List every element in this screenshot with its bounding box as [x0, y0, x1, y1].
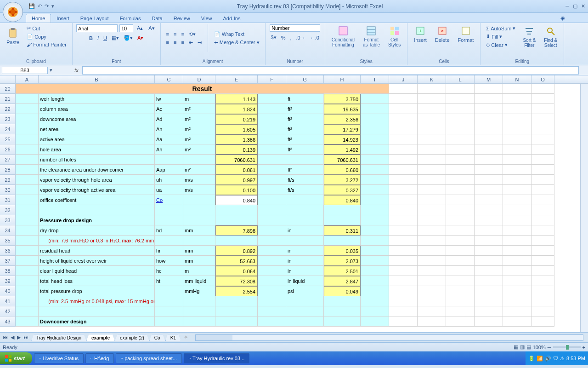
cell[interactable] — [503, 266, 531, 276]
cell[interactable]: Aa — [155, 134, 183, 144]
cell[interactable] — [446, 246, 475, 256]
cell[interactable] — [418, 84, 446, 94]
cell[interactable] — [16, 286, 39, 296]
cell[interactable]: in — [286, 246, 324, 256]
cell[interactable] — [475, 144, 503, 155]
column-header-C[interactable]: C — [155, 75, 183, 83]
cell[interactable]: Ac — [155, 104, 183, 114]
cell[interactable] — [286, 155, 324, 165]
cell[interactable] — [286, 215, 324, 225]
column-header-D[interactable]: D — [183, 75, 215, 83]
cell[interactable] — [531, 316, 554, 327]
cell[interactable]: mm liquid — [183, 276, 215, 286]
column-header-O[interactable]: O — [531, 75, 554, 83]
cell[interactable] — [418, 286, 446, 296]
currency-icon[interactable]: $▾ — [269, 34, 278, 41]
cell[interactable] — [183, 306, 215, 316]
cell[interactable] — [215, 316, 258, 327]
delete-button[interactable]: ×Delete — [432, 24, 452, 44]
cell[interactable] — [16, 175, 39, 185]
cell[interactable] — [183, 195, 215, 205]
cell[interactable] — [16, 94, 39, 104]
column-header-N[interactable]: N — [503, 75, 531, 83]
cell[interactable]: mm — [183, 256, 215, 266]
merge-center-button[interactable]: ⬌ Merge & Center ▾ — [212, 39, 261, 46]
cell[interactable]: hc — [155, 266, 183, 276]
cell[interactable] — [389, 316, 418, 327]
cell[interactable] — [16, 165, 39, 175]
taskbar-task[interactable]: ▫Livedrive Status — [34, 353, 84, 363]
row-header[interactable]: 36 — [0, 246, 16, 256]
row-header[interactable]: 39 — [0, 276, 16, 286]
column-header-H[interactable]: H — [324, 75, 361, 83]
cell[interactable] — [16, 215, 39, 225]
cell[interactable] — [155, 205, 183, 215]
cell[interactable] — [418, 104, 446, 114]
row-header[interactable]: 43 — [0, 316, 16, 327]
cell[interactable] — [324, 236, 361, 246]
column-header-E[interactable]: E — [215, 75, 258, 83]
cell[interactable]: ft/s — [286, 175, 324, 185]
cell[interactable] — [446, 276, 475, 286]
row-header[interactable]: 24 — [0, 124, 16, 134]
sheet-tab[interactable]: K1 — [165, 334, 181, 341]
cell[interactable] — [215, 205, 258, 215]
cell[interactable]: 2.073 — [324, 256, 361, 266]
cell[interactable] — [258, 185, 286, 195]
cell[interactable] — [389, 306, 418, 316]
cell[interactable] — [503, 236, 531, 246]
cell[interactable]: clear liquid head — [39, 266, 155, 276]
increase-decimal-icon[interactable]: .0→ — [294, 34, 307, 41]
fill-button[interactable]: ⬇ Fill ▾ — [484, 33, 517, 40]
cell[interactable]: 3.272 — [324, 175, 361, 185]
new-sheet-icon[interactable]: ✧ — [181, 334, 191, 340]
cell[interactable] — [258, 276, 286, 286]
cell[interactable] — [446, 286, 475, 296]
namebox-dropdown-icon[interactable]: ▾ — [50, 67, 52, 73]
undo-icon[interactable]: ↶ — [38, 3, 42, 9]
cell[interactable] — [16, 316, 39, 327]
cell[interactable] — [503, 104, 531, 114]
cell[interactable] — [155, 316, 183, 327]
cell[interactable]: ft² — [286, 165, 324, 175]
cell[interactable]: ft² — [286, 104, 324, 114]
cell[interactable] — [418, 296, 446, 306]
cell[interactable] — [361, 104, 389, 114]
cell[interactable] — [16, 296, 39, 306]
horizontal-scrollbar[interactable] — [195, 334, 583, 341]
cell[interactable] — [258, 225, 286, 236]
cell[interactable] — [503, 195, 531, 205]
format-painter-button[interactable]: 🖌 Format Painter — [25, 41, 68, 48]
cell[interactable] — [475, 175, 503, 185]
cell[interactable]: Aap — [155, 165, 183, 175]
cell[interactable]: ua — [155, 185, 183, 195]
cell[interactable] — [503, 225, 531, 236]
save-icon[interactable]: 💾 — [28, 3, 35, 9]
column-header-F[interactable]: F — [258, 75, 286, 83]
cell[interactable]: 14.923 — [324, 134, 361, 144]
cell[interactable]: 0.064 — [215, 266, 258, 276]
cell[interactable] — [418, 185, 446, 195]
cell[interactable]: hd — [155, 225, 183, 236]
cell[interactable] — [446, 185, 475, 195]
cell[interactable] — [361, 256, 389, 266]
tab-add-ins[interactable]: Add-Ins — [217, 14, 246, 23]
cell[interactable]: 1.824 — [215, 104, 258, 114]
cell[interactable] — [531, 175, 554, 185]
cell[interactable] — [446, 225, 475, 236]
cell[interactable]: 7060.631 — [324, 155, 361, 165]
cell[interactable] — [503, 175, 531, 185]
cell[interactable]: 0.035 — [324, 246, 361, 256]
cell[interactable] — [531, 225, 554, 236]
close-icon[interactable]: ✕ — [581, 3, 585, 9]
comma-icon[interactable]: , — [288, 34, 293, 41]
cell[interactable] — [155, 296, 183, 306]
cell[interactable] — [286, 205, 324, 215]
cell[interactable] — [531, 266, 554, 276]
cell[interactable] — [361, 276, 389, 286]
cell[interactable] — [389, 236, 418, 246]
cell[interactable] — [361, 155, 389, 165]
font-name-combo[interactable] — [76, 24, 118, 32]
cell[interactable]: ht — [155, 276, 183, 286]
cell[interactable] — [286, 316, 324, 327]
